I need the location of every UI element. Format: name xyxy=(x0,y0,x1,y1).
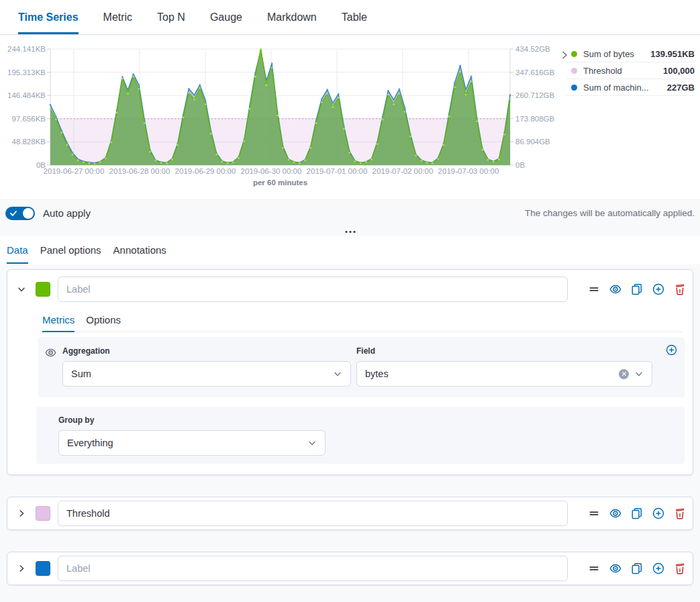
svg-text:195.313KB: 195.313KB xyxy=(7,68,46,77)
auto-apply-bar: Auto apply The changes will be automatic… xyxy=(0,199,700,236)
tab-annotations[interactable]: Annotations xyxy=(113,236,166,264)
delete-series-icon[interactable] xyxy=(674,507,686,519)
add-series-icon[interactable] xyxy=(652,507,664,519)
series-panel-2 xyxy=(7,497,693,530)
legend-item[interactable]: Threshold 100,000 xyxy=(566,62,695,79)
chevron-down-icon xyxy=(333,369,342,379)
tab-panel-options[interactable]: Panel options xyxy=(40,236,101,264)
tab-markdown[interactable]: Markdown xyxy=(267,0,317,34)
series-row-actions xyxy=(579,562,686,574)
tab-metrics[interactable]: Metrics xyxy=(42,310,74,332)
clone-icon[interactable] xyxy=(631,507,643,519)
legend-dot xyxy=(571,68,577,74)
svg-text:173.808GB: 173.808GB xyxy=(515,115,555,123)
svg-text:48.828KB: 48.828KB xyxy=(11,138,46,146)
series-header xyxy=(7,270,693,309)
svg-text:2019-07-01 00:00: 2019-07-01 00:00 xyxy=(307,167,368,175)
legend-dot xyxy=(571,85,577,91)
drag-handle-icon[interactable] xyxy=(588,283,600,295)
group-by-label: Group by xyxy=(58,415,674,425)
svg-text:2019-06-27 00:00: 2019-06-27 00:00 xyxy=(44,167,105,175)
series-label-input[interactable] xyxy=(58,556,568,581)
eye-icon[interactable] xyxy=(609,562,621,574)
group-by-value: Everything xyxy=(67,438,307,448)
tab-metric[interactable]: Metric xyxy=(103,0,133,34)
svg-text:2019-07-03 00:00: 2019-07-03 00:00 xyxy=(438,167,499,175)
auto-apply-toggle[interactable] xyxy=(5,207,35,220)
svg-text:97.656KB: 97.656KB xyxy=(11,115,46,123)
group-by-select[interactable]: Everything xyxy=(58,430,326,456)
chevron-down-icon xyxy=(307,438,317,448)
chevron-right-icon[interactable] xyxy=(14,506,29,521)
tab-data[interactable]: Data xyxy=(7,236,28,264)
tab-table[interactable]: Table xyxy=(342,0,367,34)
auto-apply-message: The changes will be automatically applie… xyxy=(525,207,695,218)
chart-legend: Sum of bytes 139.951KB Threshold 100,000… xyxy=(566,46,695,96)
drag-handle-icon[interactable] xyxy=(588,507,600,519)
tab-options[interactable]: Options xyxy=(86,310,121,332)
series-panel-3 xyxy=(7,552,693,585)
tab-top-n[interactable]: Top N xyxy=(157,0,185,34)
add-series-icon[interactable] xyxy=(652,283,664,295)
svg-text:2019-06-29 00:00: 2019-06-29 00:00 xyxy=(175,167,236,175)
series-inner-tabs: Metrics Options xyxy=(42,310,682,332)
legend-label: Sum of bytes xyxy=(583,49,650,59)
chevron-down-icon[interactable] xyxy=(14,282,29,297)
eye-icon[interactable] xyxy=(609,283,621,295)
visualization-tabs: Time Series Metric Top N Gauge Markdown … xyxy=(0,0,700,35)
field-combobox[interactable]: bytes xyxy=(356,361,652,387)
tab-time-series[interactable]: Time Series xyxy=(18,0,79,34)
legend-label: Sum of machin... xyxy=(583,83,667,93)
time-series-panel: 244.141KB195.313KB146.484KB97.656KB48.82… xyxy=(0,35,700,199)
eye-icon[interactable] xyxy=(609,507,621,519)
editor-tabs: Data Panel options Annotations xyxy=(0,236,700,264)
legend-value: 100,000 xyxy=(663,66,695,76)
aggregation-label: Aggregation xyxy=(62,346,351,356)
add-series-icon[interactable] xyxy=(652,562,664,574)
clone-icon[interactable] xyxy=(631,283,643,295)
legend-dot xyxy=(571,51,577,57)
series-row-actions xyxy=(579,507,686,519)
legend-item[interactable]: Sum of bytes 139.951KB xyxy=(566,46,695,62)
toggle-thumb xyxy=(23,208,34,219)
aggregation-row: Aggregation Sum Field bytes xyxy=(38,337,685,397)
legend-collapse-chevron-icon[interactable] xyxy=(559,50,570,60)
series-label-input[interactable] xyxy=(58,501,568,526)
clear-field-icon[interactable] xyxy=(619,369,629,379)
svg-text:347.616GB: 347.616GB xyxy=(515,68,555,77)
data-series-editor: Metrics Options Aggregation Sum Field by… xyxy=(0,264,700,602)
svg-text:86.904GB: 86.904GB xyxy=(515,138,550,146)
drag-handle-icon[interactable] xyxy=(588,562,600,574)
check-icon xyxy=(10,210,17,217)
clone-icon[interactable] xyxy=(631,562,643,574)
series-header xyxy=(7,497,693,530)
svg-text:2019-06-30 00:00: 2019-06-30 00:00 xyxy=(241,167,302,175)
svg-text:260.712GB: 260.712GB xyxy=(515,91,555,99)
series-color-swatch[interactable] xyxy=(36,282,50,297)
svg-text:146.484KB: 146.484KB xyxy=(7,91,46,99)
svg-text:434.52GB: 434.52GB xyxy=(515,45,550,53)
series-header xyxy=(7,552,693,585)
series-color-swatch[interactable] xyxy=(36,561,50,576)
tab-gauge[interactable]: Gauge xyxy=(210,0,242,34)
legend-value: 139.951KB xyxy=(650,49,695,59)
field-label: Field xyxy=(356,346,652,356)
svg-text:2019-06-28 00:00: 2019-06-28 00:00 xyxy=(109,167,170,175)
svg-text:per 60 minutes: per 60 minutes xyxy=(253,179,307,187)
series-color-swatch[interactable] xyxy=(36,506,50,521)
series-row-actions xyxy=(579,283,686,295)
panel-resize-handle[interactable] xyxy=(345,231,355,233)
svg-text:2019-07-02 00:00: 2019-07-02 00:00 xyxy=(372,167,434,175)
delete-series-icon[interactable] xyxy=(674,283,686,295)
add-metric-icon[interactable] xyxy=(666,344,677,356)
svg-text:0B: 0B xyxy=(515,161,525,169)
chevron-right-icon[interactable] xyxy=(14,561,29,576)
metric-eye-icon[interactable] xyxy=(45,346,62,387)
series-panel-1: Metrics Options Aggregation Sum Field by… xyxy=(7,269,693,475)
legend-item[interactable]: Sum of machin... 227GB xyxy=(566,79,695,96)
legend-label: Threshold xyxy=(583,66,663,76)
chevron-down-icon xyxy=(634,369,644,379)
aggregation-select[interactable]: Sum xyxy=(62,361,351,387)
series-label-input[interactable] xyxy=(58,277,568,302)
delete-series-icon[interactable] xyxy=(674,562,686,574)
